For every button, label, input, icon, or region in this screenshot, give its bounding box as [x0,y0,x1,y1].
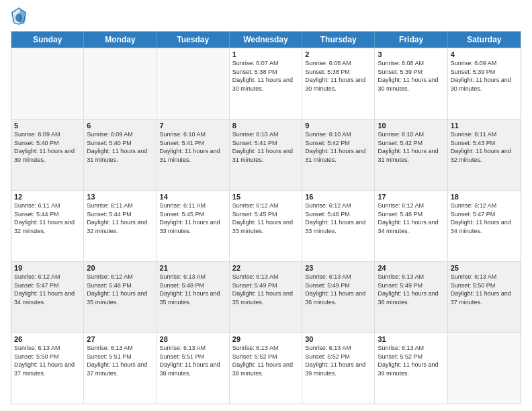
calendar-row: 19Sunrise: 6:12 AMSunset: 5:47 PMDayligh… [11,261,521,332]
page: SundayMondayTuesdayWednesdayThursdayFrid… [0,0,532,411]
cell-text: Sunrise: 6:13 AMSunset: 5:48 PMDaylight:… [160,273,226,306]
calendar-cell: 30Sunrise: 6:13 AMSunset: 5:52 PMDayligh… [302,333,375,404]
calendar-cell: 29Sunrise: 6:13 AMSunset: 5:52 PMDayligh… [230,333,302,404]
calendar-cell: 27Sunrise: 6:13 AMSunset: 5:51 PMDayligh… [84,333,157,404]
calendar-cell: 1Sunrise: 6:07 AMSunset: 5:38 PMDaylight… [230,48,302,119]
calendar: SundayMondayTuesdayWednesdayThursdayFrid… [11,31,521,404]
calendar-cell [84,48,157,119]
calendar-cell: 13Sunrise: 6:11 AMSunset: 5:44 PMDayligh… [84,191,157,261]
day-number: 13 [87,193,153,201]
day-number: 15 [232,193,299,201]
cell-text: Sunrise: 6:10 AMSunset: 5:41 PMDaylight:… [232,130,299,164]
cell-text: Sunrise: 6:13 AMSunset: 5:49 PMDaylight:… [232,273,299,306]
header [11,7,521,26]
cell-text: Sunrise: 6:12 AMSunset: 5:46 PMDaylight:… [378,201,444,235]
day-number: 26 [14,335,81,343]
cell-text: Sunrise: 6:12 AMSunset: 5:45 PMDaylight:… [232,201,299,235]
calendar-cell [157,48,230,119]
day-number: 8 [232,122,299,130]
calendar-header-cell: Thursday [302,32,375,48]
day-number: 30 [305,335,371,343]
calendar-cell: 8Sunrise: 6:10 AMSunset: 5:41 PMDaylight… [230,120,302,190]
cell-text: Sunrise: 6:09 AMSunset: 5:39 PMDaylight:… [451,59,518,93]
calendar-cell: 12Sunrise: 6:11 AMSunset: 5:44 PMDayligh… [11,191,84,261]
calendar-row: 12Sunrise: 6:11 AMSunset: 5:44 PMDayligh… [11,190,521,261]
calendar-cell: 31Sunrise: 6:13 AMSunset: 5:52 PMDayligh… [375,333,447,404]
calendar-header-cell: Monday [84,32,157,48]
day-number: 27 [87,335,153,343]
cell-text: Sunrise: 6:12 AMSunset: 5:47 PMDaylight:… [14,273,81,306]
calendar-cell: 9Sunrise: 6:10 AMSunset: 5:42 PMDaylight… [302,120,375,190]
calendar-cell: 14Sunrise: 6:11 AMSunset: 5:45 PMDayligh… [157,191,230,261]
day-number: 4 [451,50,518,58]
calendar-cell: 2Sunrise: 6:08 AMSunset: 5:38 PMDaylight… [302,48,375,119]
calendar-cell: 20Sunrise: 6:12 AMSunset: 5:48 PMDayligh… [84,262,157,332]
calendar-cell: 22Sunrise: 6:13 AMSunset: 5:49 PMDayligh… [230,262,302,332]
calendar-cell: 26Sunrise: 6:13 AMSunset: 5:50 PMDayligh… [11,333,84,404]
day-number: 16 [305,193,371,201]
calendar-header: SundayMondayTuesdayWednesdayThursdayFrid… [11,32,521,48]
cell-text: Sunrise: 6:13 AMSunset: 5:49 PMDaylight:… [378,273,444,306]
cell-text: Sunrise: 6:08 AMSunset: 5:38 PMDaylight:… [305,59,371,93]
cell-text: Sunrise: 6:13 AMSunset: 5:49 PMDaylight:… [305,273,371,306]
cell-text: Sunrise: 6:13 AMSunset: 5:52 PMDaylight:… [378,344,444,377]
calendar-cell: 15Sunrise: 6:12 AMSunset: 5:45 PMDayligh… [230,191,302,261]
day-number: 31 [378,335,444,343]
day-number: 17 [378,193,444,201]
calendar-cell: 24Sunrise: 6:13 AMSunset: 5:49 PMDayligh… [375,262,447,332]
calendar-cell: 17Sunrise: 6:12 AMSunset: 5:46 PMDayligh… [375,191,447,261]
day-number: 9 [305,122,371,130]
day-number: 18 [451,193,518,201]
calendar-cell: 6Sunrise: 6:09 AMSunset: 5:40 PMDaylight… [84,120,157,190]
cell-text: Sunrise: 6:12 AMSunset: 5:46 PMDaylight:… [305,201,371,235]
calendar-header-cell: Wednesday [230,32,302,48]
calendar-cell [11,48,84,119]
cell-text: Sunrise: 6:10 AMSunset: 5:42 PMDaylight:… [305,130,371,164]
calendar-cell [448,333,521,404]
day-number: 24 [378,264,444,272]
day-number: 23 [305,264,371,272]
day-number: 1 [232,50,299,58]
calendar-cell: 21Sunrise: 6:13 AMSunset: 5:48 PMDayligh… [157,262,230,332]
calendar-cell: 23Sunrise: 6:13 AMSunset: 5:49 PMDayligh… [302,262,375,332]
cell-text: Sunrise: 6:11 AMSunset: 5:44 PMDaylight:… [14,201,81,235]
cell-text: Sunrise: 6:11 AMSunset: 5:43 PMDaylight:… [451,130,518,164]
cell-text: Sunrise: 6:09 AMSunset: 5:40 PMDaylight:… [14,130,81,164]
cell-text: Sunrise: 6:10 AMSunset: 5:42 PMDaylight:… [378,130,444,164]
calendar-header-cell: Saturday [448,32,521,48]
cell-text: Sunrise: 6:12 AMSunset: 5:47 PMDaylight:… [451,201,518,235]
calendar-cell: 10Sunrise: 6:10 AMSunset: 5:42 PMDayligh… [375,120,447,190]
day-number: 10 [378,122,444,130]
calendar-header-cell: Friday [375,32,447,48]
day-number: 21 [160,264,226,272]
day-number: 29 [232,335,299,343]
calendar-cell: 7Sunrise: 6:10 AMSunset: 5:41 PMDaylight… [157,120,230,190]
calendar-body: 1Sunrise: 6:07 AMSunset: 5:38 PMDaylight… [11,48,521,404]
day-number: 6 [87,122,153,130]
day-number: 12 [14,193,81,201]
day-number: 2 [305,50,371,58]
day-number: 20 [87,264,153,272]
cell-text: Sunrise: 6:13 AMSunset: 5:51 PMDaylight:… [160,344,226,377]
day-number: 22 [232,264,299,272]
cell-text: Sunrise: 6:09 AMSunset: 5:40 PMDaylight:… [87,130,153,164]
cell-text: Sunrise: 6:07 AMSunset: 5:38 PMDaylight:… [232,59,299,93]
calendar-cell: 19Sunrise: 6:12 AMSunset: 5:47 PMDayligh… [11,262,84,332]
day-number: 25 [451,264,518,272]
day-number: 19 [14,264,81,272]
calendar-row: 1Sunrise: 6:07 AMSunset: 5:38 PMDaylight… [11,48,521,119]
calendar-cell: 28Sunrise: 6:13 AMSunset: 5:51 PMDayligh… [157,333,230,404]
day-number: 7 [160,122,226,130]
cell-text: Sunrise: 6:08 AMSunset: 5:39 PMDaylight:… [378,59,444,93]
cell-text: Sunrise: 6:13 AMSunset: 5:51 PMDaylight:… [87,344,153,377]
cell-text: Sunrise: 6:11 AMSunset: 5:44 PMDaylight:… [87,201,153,235]
calendar-cell: 3Sunrise: 6:08 AMSunset: 5:39 PMDaylight… [375,48,447,119]
day-number: 11 [451,122,518,130]
day-number: 3 [378,50,444,58]
day-number: 14 [160,193,226,201]
cell-text: Sunrise: 6:12 AMSunset: 5:48 PMDaylight:… [87,273,153,306]
calendar-row: 26Sunrise: 6:13 AMSunset: 5:50 PMDayligh… [11,332,521,404]
calendar-row: 5Sunrise: 6:09 AMSunset: 5:40 PMDaylight… [11,119,521,190]
cell-text: Sunrise: 6:11 AMSunset: 5:45 PMDaylight:… [160,201,226,235]
logo [11,7,30,26]
